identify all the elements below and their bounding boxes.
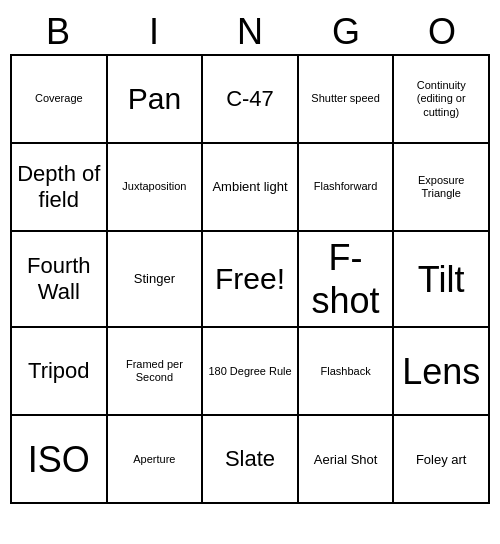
cell-label: Flashforward xyxy=(314,180,378,193)
header-letter: G xyxy=(298,10,394,54)
bingo-cell-r3-c4: Lens xyxy=(394,328,490,416)
bingo-cell-r2-c0: Fourth Wall xyxy=(12,232,108,328)
cell-label: Framed per Second xyxy=(112,358,198,384)
cell-label: C-47 xyxy=(226,86,274,112)
bingo-cell-r4-c2: Slate xyxy=(203,416,299,504)
bingo-cell-r4-c1: Aperture xyxy=(108,416,204,504)
cell-label: ISO xyxy=(28,438,90,481)
bingo-cell-r4-c4: Foley art xyxy=(394,416,490,504)
bingo-cell-r2-c1: Stinger xyxy=(108,232,204,328)
cell-label: Pan xyxy=(128,81,181,117)
bingo-cell-r1-c0: Depth of field xyxy=(12,144,108,232)
cell-label: Continuity (editing or cutting) xyxy=(398,79,484,119)
bingo-cell-r0-c0: Coverage xyxy=(12,56,108,144)
bingo-cell-r2-c4: Tilt xyxy=(394,232,490,328)
bingo-cell-r2-c2: Free! xyxy=(203,232,299,328)
cell-label: Ambient light xyxy=(212,179,287,195)
bingo-cell-r2-c3: F-shot xyxy=(299,232,395,328)
cell-label: Fourth Wall xyxy=(16,253,102,306)
bingo-cell-r3-c3: Flashback xyxy=(299,328,395,416)
header-letter: I xyxy=(106,10,202,54)
cell-label: Foley art xyxy=(416,452,467,468)
cell-label: Aperture xyxy=(133,453,175,466)
cell-label: Lens xyxy=(402,350,480,393)
cell-label: Slate xyxy=(225,446,275,472)
bingo-cell-r0-c2: C-47 xyxy=(203,56,299,144)
bingo-card: BINGO CoveragePanC-47Shutter speedContin… xyxy=(10,10,490,504)
bingo-cell-r3-c1: Framed per Second xyxy=(108,328,204,416)
bingo-cell-r3-c2: 180 Degree Rule xyxy=(203,328,299,416)
cell-label: Free! xyxy=(215,261,285,297)
header-letter: O xyxy=(394,10,490,54)
bingo-cell-r0-c3: Shutter speed xyxy=(299,56,395,144)
bingo-cell-r1-c3: Flashforward xyxy=(299,144,395,232)
cell-label: Aerial Shot xyxy=(314,452,378,468)
bingo-cell-r0-c1: Pan xyxy=(108,56,204,144)
cell-label: Exposure Triangle xyxy=(398,174,484,200)
cell-label: F-shot xyxy=(303,236,389,322)
bingo-cell-r4-c0: ISO xyxy=(12,416,108,504)
cell-label: Coverage xyxy=(35,92,83,105)
bingo-header: BINGO xyxy=(10,10,490,54)
header-letter: B xyxy=(10,10,106,54)
bingo-cell-r1-c4: Exposure Triangle xyxy=(394,144,490,232)
cell-label: Flashback xyxy=(321,365,371,378)
bingo-cell-r0-c4: Continuity (editing or cutting) xyxy=(394,56,490,144)
cell-label: Stinger xyxy=(134,271,175,287)
bingo-cell-r1-c2: Ambient light xyxy=(203,144,299,232)
header-letter: N xyxy=(202,10,298,54)
cell-label: Shutter speed xyxy=(311,92,380,105)
bingo-cell-r4-c3: Aerial Shot xyxy=(299,416,395,504)
cell-label: 180 Degree Rule xyxy=(208,365,291,378)
cell-label: Depth of field xyxy=(16,161,102,214)
cell-label: Tilt xyxy=(418,258,465,301)
cell-label: Tripod xyxy=(28,358,90,384)
bingo-cell-r1-c1: Juxtaposition xyxy=(108,144,204,232)
bingo-cell-r3-c0: Tripod xyxy=(12,328,108,416)
bingo-grid: CoveragePanC-47Shutter speedContinuity (… xyxy=(10,54,490,504)
cell-label: Juxtaposition xyxy=(122,180,186,193)
